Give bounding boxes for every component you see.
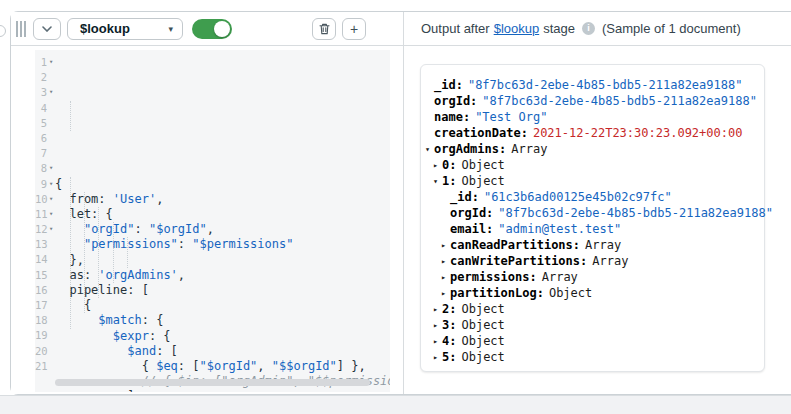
code-token: let: {	[55, 207, 113, 221]
line-number: 21	[35, 359, 47, 374]
arrow-spacer	[425, 93, 434, 109]
arrow-spacer	[441, 189, 450, 205]
preview-body: _id:"8f7bc63d-2ebe-4b85-bdb5-211a82ea918…	[404, 46, 791, 394]
field-value: Object	[461, 157, 504, 173]
info-icon[interactable]: i	[582, 22, 595, 35]
delete-stage-button[interactable]	[312, 18, 336, 40]
gutter-row: 3▾	[35, 85, 55, 100]
code-token: 'User'	[113, 192, 156, 206]
expand-arrow-icon[interactable]: ▸	[441, 285, 450, 301]
fold-arrow-empty	[47, 70, 55, 85]
drag-handle-icon[interactable]	[16, 21, 28, 37]
code-token: "$orgId"	[200, 359, 258, 373]
expand-arrow-icon[interactable]: ▾	[425, 141, 434, 157]
field-value: Array	[511, 141, 547, 157]
code-token: {	[55, 359, 156, 373]
line-number: 12	[35, 222, 47, 237]
sample-count-label: (Sample of 1 document)	[602, 21, 741, 36]
fold-arrow-icon[interactable]: ▾	[47, 222, 55, 237]
field-value: Object	[461, 301, 504, 317]
expand-arrow-icon[interactable]: ▸	[433, 333, 442, 349]
fold-arrow-empty	[47, 146, 55, 161]
document-row: ▸partitionLog:Object	[425, 285, 764, 301]
field-name: canReadPartitions:	[450, 237, 580, 253]
code-token: : [	[156, 344, 178, 358]
stage-operator-label: $lookup	[80, 21, 168, 36]
code-token: },	[55, 253, 84, 267]
output-stage-link[interactable]: $lookup	[494, 21, 540, 36]
fold-arrow-icon[interactable]: ▾	[47, 192, 55, 207]
code-token: : {	[149, 329, 171, 343]
editor-line[interactable]: "permissions": "$permissions"	[55, 237, 390, 252]
editor-line[interactable]: { $eq: ["$orgId", "$$orgId"] },	[55, 359, 390, 374]
fold-arrow-empty	[47, 116, 55, 131]
code-token: ,	[156, 192, 163, 206]
fold-arrow-icon[interactable]: ▾	[47, 161, 55, 176]
editor-line[interactable]: as: 'orgAdmins',	[55, 268, 390, 283]
editor-line[interactable]: from: 'User',	[55, 192, 390, 207]
line-number: 14	[35, 252, 47, 267]
line-number: 8	[35, 161, 47, 176]
expand-arrow-icon[interactable]: ▸	[441, 269, 450, 285]
stage-collapse-button[interactable]	[33, 18, 61, 40]
editor-gutter: 1▾23▾45678▾9▾10▾11▾12▾131415161718192021	[35, 50, 55, 392]
add-stage-button[interactable]: +	[342, 18, 366, 40]
fold-arrow-icon[interactable]: ▾	[47, 177, 55, 192]
arrow-spacer	[441, 221, 450, 237]
expand-arrow-icon[interactable]: ▸	[433, 349, 442, 365]
document-card: _id:"8f7bc63d-2ebe-4b85-bdb5-211a82ea918…	[420, 64, 765, 372]
stage-enabled-toggle[interactable]	[192, 19, 232, 39]
line-number: 11	[35, 207, 47, 222]
fold-arrow-empty	[47, 101, 55, 116]
stage-code-editor[interactable]: 1▾23▾45678▾9▾10▾11▾12▾131415161718192021…	[35, 50, 390, 392]
line-number: 13	[35, 237, 47, 252]
field-value: Object	[461, 317, 504, 333]
editor-line[interactable]: let: {	[55, 207, 390, 222]
expand-arrow-icon[interactable]: ▸	[441, 237, 450, 253]
gutter-row: 7	[35, 146, 55, 161]
line-number: 17	[35, 298, 47, 313]
aggregation-stage-card: $lookup ▾ + 1▾23▾45678▾9▾10▾11▾12▾131415…	[10, 11, 791, 395]
stage-header: $lookup ▾ +	[11, 12, 403, 46]
editor-line[interactable]: {	[55, 177, 390, 192]
stage-connector-dot	[0, 25, 6, 37]
arrow-spacer	[425, 109, 434, 125]
field-name: orgId:	[450, 205, 493, 221]
editor-line[interactable]: $expr: {	[55, 329, 390, 344]
fold-arrow-icon[interactable]: ▾	[47, 85, 55, 100]
expand-arrow-icon[interactable]: ▸	[433, 301, 442, 317]
line-number: 20	[35, 344, 47, 359]
expand-arrow-icon[interactable]: ▾	[433, 173, 442, 189]
editor-line[interactable]: "orgId": "$orgId",	[55, 222, 390, 237]
gutter-row: 18	[35, 313, 55, 328]
editor-line[interactable]: pipeline: [	[55, 283, 390, 298]
code-token	[55, 344, 127, 358]
expand-arrow-icon[interactable]: ▸	[433, 317, 442, 333]
field-name: 0:	[442, 157, 456, 173]
horizontal-scrollbar[interactable]	[55, 379, 370, 386]
document-row: _id:"61c3b6ad00125e45b02c97fc"	[425, 189, 764, 205]
document-row: ▾orgAdmins:Array	[425, 141, 764, 157]
editor-line[interactable]: $match: {	[55, 313, 390, 328]
select-caret-icon: ▾	[168, 24, 173, 34]
editor-line[interactable]: },	[55, 253, 390, 268]
code-token: "orgId"	[84, 222, 135, 236]
expand-arrow-icon[interactable]: ▸	[433, 157, 442, 173]
gutter-row: 15	[35, 268, 55, 283]
editor-code-pane[interactable]: { from: 'User', let: { "orgId": "$orgId"…	[55, 50, 390, 392]
fold-arrow-empty	[47, 237, 55, 252]
code-token: "$$orgId"	[272, 359, 337, 373]
expand-arrow-icon[interactable]: ▸	[441, 253, 450, 269]
field-name: 4:	[442, 333, 456, 349]
code-token: ,	[178, 268, 185, 282]
fold-arrow-icon[interactable]: ▾	[47, 207, 55, 222]
stage-preview-column: Output after $lookup stage i (Sample of …	[404, 12, 791, 394]
editor-line[interactable]: {	[55, 298, 390, 313]
editor-line[interactable]: ]	[55, 389, 390, 392]
document-row: ▸canReadPartitions:Array	[425, 237, 764, 253]
editor-line[interactable]: $and: [	[55, 344, 390, 359]
field-value: Object	[461, 173, 504, 189]
fold-arrow-icon[interactable]: ▾	[47, 55, 55, 70]
preview-title-suffix: stage	[543, 21, 575, 36]
stage-operator-select[interactable]: $lookup ▾	[67, 18, 183, 40]
